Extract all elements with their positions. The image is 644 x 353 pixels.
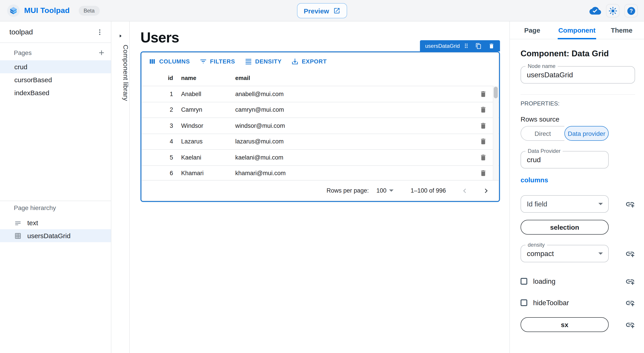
- trash-icon: [480, 122, 487, 130]
- sidebar-page-indexBased[interactable]: indexBased: [0, 86, 111, 99]
- density-row: density compact: [520, 245, 635, 262]
- sidebar-page-cursorBased[interactable]: cursorBased: [0, 73, 111, 86]
- row-delete-button[interactable]: [480, 154, 487, 161]
- loading-checkbox[interactable]: [520, 278, 527, 285]
- hierarchy-item-text[interactable]: text: [0, 216, 111, 229]
- add-link-icon: [625, 199, 635, 209]
- hide-toolbar-row: hideToolbar: [520, 295, 635, 310]
- rows-source-label: Rows source: [520, 115, 634, 123]
- inspector-panel: PageComponentTheme Component: Data Grid …: [510, 21, 644, 353]
- columns-link[interactable]: columns: [520, 176, 548, 184]
- grid-row[interactable]: 6 Khamari khamari@mui.com: [142, 165, 499, 180]
- grid-row[interactable]: 2 Camryn camryn@mui.com: [142, 102, 499, 117]
- grid-row[interactable]: 3 Windsor windsor@mui.com: [142, 117, 499, 133]
- theme-toggle-button[interactable]: [606, 4, 620, 17]
- preview-button[interactable]: Preview: [297, 3, 347, 18]
- rows-source-direct-button[interactable]: Direct: [520, 126, 564, 141]
- column-header-email[interactable]: email: [235, 74, 499, 81]
- selection-button[interactable]: selection: [520, 220, 609, 235]
- add-page-button[interactable]: [98, 49, 106, 57]
- page-hierarchy-list: text usersDataGrid: [0, 216, 111, 242]
- page-item-label: indexBased: [14, 89, 50, 96]
- row-delete-button[interactable]: [480, 122, 487, 130]
- duplicate-component-button[interactable]: [476, 43, 482, 49]
- cell-email: kaelani@mui.com: [235, 154, 480, 161]
- data-provider-field[interactable]: Data Provider crud: [520, 151, 609, 168]
- toolpad-editor: MUI Toolpad Beta Preview ?: [0, 0, 644, 353]
- loading-row: loading: [520, 274, 635, 289]
- add-link-icon: [625, 320, 635, 330]
- cell-name: Khamari: [181, 170, 235, 177]
- columns-icon: [148, 57, 156, 65]
- component-library-expand-button[interactable]: [111, 31, 130, 40]
- grid-toolbar-columns-button[interactable]: COLUMNS: [144, 55, 194, 67]
- next-page-button[interactable]: [482, 186, 490, 195]
- selection-row: selection: [520, 220, 635, 235]
- help-button[interactable]: ?: [624, 4, 638, 17]
- explorer-panel: toolpad Pages crud cursorBased indexBase…: [0, 21, 111, 353]
- cell-name: Lazarus: [181, 138, 235, 145]
- bind-sx-button[interactable]: [625, 320, 635, 330]
- triangle-right-icon: [118, 33, 123, 38]
- node-name-label: Node name: [526, 63, 558, 69]
- project-menu-button[interactable]: [96, 28, 104, 36]
- vertical-scrollbar-track: [493, 86, 498, 180]
- open-in-new-icon: [333, 7, 340, 14]
- vertical-scrollbar-thumb[interactable]: [494, 87, 498, 98]
- grid-row[interactable]: 4 Lazarus lazarus@mui.com: [142, 133, 499, 149]
- hierarchy-item-usersDataGrid[interactable]: usersDataGrid: [0, 229, 111, 242]
- canvas: Users usersDataGrid COLUMNS FILTERS: [130, 21, 510, 353]
- tab-page[interactable]: Page: [510, 21, 554, 39]
- hierarchy-item-label: text: [27, 219, 38, 227]
- bind-loading-button[interactable]: [625, 276, 635, 286]
- delete-component-button[interactable]: [488, 43, 495, 49]
- cell-id: 3: [145, 122, 173, 129]
- rows-source-data-provider-button[interactable]: Data provider: [564, 126, 609, 141]
- bind-id-field-button[interactable]: [625, 199, 635, 209]
- row-delete-button[interactable]: [480, 138, 487, 145]
- trash-icon: [480, 170, 487, 177]
- sx-button[interactable]: sx: [520, 317, 609, 332]
- page-hierarchy-label: Page hierarchy: [14, 204, 56, 211]
- header-actions: ?: [590, 0, 638, 21]
- bind-density-button[interactable]: [625, 249, 635, 259]
- column-header-name[interactable]: name: [181, 74, 235, 81]
- drag-handle-icon[interactable]: [463, 42, 470, 49]
- datagrid-component[interactable]: usersDataGrid COLUMNS FILTERS DENSITY: [140, 51, 500, 202]
- row-delete-button[interactable]: [480, 170, 487, 177]
- chevron-down-icon: [598, 253, 603, 255]
- data-provider-value: crud: [527, 156, 541, 164]
- grid-toolbar-density-button[interactable]: DENSITY: [240, 55, 286, 67]
- bind-hide-toolbar-button[interactable]: [625, 298, 635, 308]
- column-header-id[interactable]: id: [145, 74, 173, 81]
- node-name-value: usersDataGrid: [527, 71, 573, 79]
- cell-name: Anabell: [181, 91, 235, 97]
- id-field-row: Id field: [520, 195, 635, 213]
- add-link-icon: [625, 276, 635, 286]
- sidebar-page-crud[interactable]: crud: [0, 60, 111, 73]
- row-delete-button[interactable]: [480, 90, 487, 98]
- datagrid-toolbar: COLUMNS FILTERS DENSITY EXPORT: [142, 53, 499, 70]
- node-name-field[interactable]: Node name usersDataGrid: [520, 66, 635, 83]
- trash-icon: [480, 106, 487, 114]
- page-title: Users: [140, 29, 179, 46]
- mui-toolpad-logo-icon: [7, 4, 20, 17]
- grid-toolbar-export-button[interactable]: EXPORT: [287, 55, 331, 67]
- cell-email: lazarus@mui.com: [235, 138, 480, 145]
- tab-component[interactable]: Component: [554, 21, 599, 39]
- grid-row[interactable]: 1 Anabell anabell@mui.com: [142, 86, 499, 102]
- trash-icon: [480, 90, 487, 98]
- grid-toolbar-filters-button[interactable]: FILTERS: [195, 55, 239, 67]
- hide-toolbar-checkbox[interactable]: [520, 299, 527, 306]
- hierarchy-item-label: usersDataGrid: [27, 232, 70, 240]
- row-delete-button[interactable]: [480, 106, 487, 114]
- previous-page-button[interactable]: [460, 186, 469, 195]
- id-field-select[interactable]: Id field: [520, 195, 609, 213]
- density-value: compact: [527, 250, 554, 258]
- tab-theme[interactable]: Theme: [599, 21, 644, 39]
- density-select[interactable]: density compact: [520, 245, 609, 262]
- light-mode-sun-icon: [608, 6, 617, 15]
- pagination-range: 1–100 of 996: [410, 187, 446, 194]
- grid-row[interactable]: 5 Kaelani kaelani@mui.com: [142, 149, 499, 165]
- rows-per-page-select[interactable]: 100: [376, 187, 394, 194]
